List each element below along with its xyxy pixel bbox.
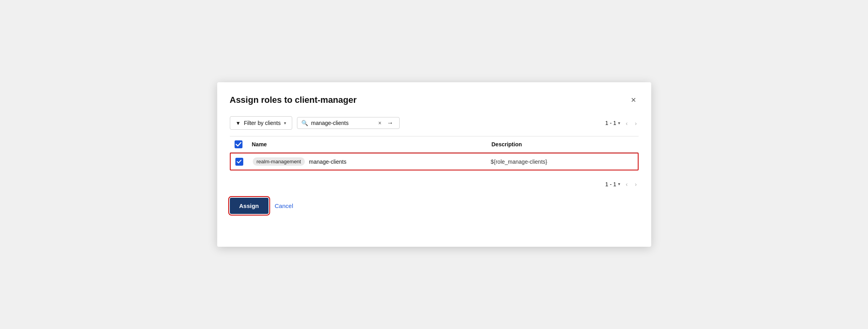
next-page-top-button[interactable]: › — [633, 119, 639, 127]
row-checkbox[interactable] — [235, 158, 243, 166]
filter-icon: ▼ — [236, 120, 241, 126]
row-checkbox-cell — [235, 158, 253, 166]
cancel-button[interactable]: Cancel — [275, 202, 293, 209]
page-range-value-top: 1 - 1 — [605, 120, 616, 126]
assign-roles-dialog: Assign roles to client-manager × ▼ Filte… — [217, 82, 651, 247]
search-input[interactable] — [311, 120, 374, 126]
filter-by-clients-button[interactable]: ▼ Filter by clients ▾ — [230, 116, 292, 130]
filter-label: Filter by clients — [244, 120, 280, 126]
search-clear-button[interactable]: × — [378, 120, 382, 126]
pagination-top: 1 - 1 ▾ ‹ › — [605, 119, 638, 127]
col-name-header: Name — [252, 141, 492, 148]
row-desc-cell: ${role_manage-clients} — [491, 159, 633, 165]
page-range-bottom: 1 - 1 ▾ — [605, 181, 620, 187]
col-desc-label: Description — [492, 141, 522, 147]
page-range-value-bottom: 1 - 1 — [605, 181, 616, 187]
pagination-bottom: 1 - 1 ▾ ‹ › — [230, 180, 639, 188]
dialog-header: Assign roles to client-manager × — [230, 95, 639, 105]
roles-table: Name Description realm-management manage… — [230, 136, 639, 170]
assign-button[interactable]: Assign — [230, 198, 269, 214]
header-checkbox-cell — [235, 140, 252, 148]
col-name-label: Name — [252, 141, 267, 147]
col-desc-header: Description — [492, 141, 634, 148]
chevron-down-icon: ▾ — [284, 121, 286, 126]
select-all-checkbox[interactable] — [235, 140, 242, 148]
page-range-dropdown-bottom[interactable]: ▾ — [618, 182, 620, 187]
prev-page-bottom-button[interactable]: ‹ — [624, 180, 629, 188]
table-row: realm-management manage-clients ${role_m… — [230, 153, 639, 170]
page-range-dropdown-top[interactable]: ▾ — [618, 121, 620, 126]
prev-page-top-button[interactable]: ‹ — [624, 119, 629, 127]
role-tag: realm-management — [253, 157, 305, 166]
footer-actions: Assign Cancel — [230, 198, 639, 214]
row-name-cell: realm-management manage-clients — [253, 157, 491, 166]
toolbar: ▼ Filter by clients ▾ 🔍 × → 1 - 1 ▾ ‹ › — [230, 116, 639, 130]
search-icon: 🔍 — [301, 120, 308, 126]
table-header: Name Description — [230, 136, 639, 153]
next-page-bottom-button[interactable]: › — [633, 180, 639, 188]
dialog-title: Assign roles to client-manager — [230, 95, 357, 105]
role-name: manage-clients — [309, 159, 346, 165]
search-go-button[interactable]: → — [385, 120, 395, 126]
page-range-top: 1 - 1 ▾ — [605, 120, 620, 126]
close-button[interactable]: × — [629, 95, 639, 105]
search-box: 🔍 × → — [297, 117, 400, 129]
